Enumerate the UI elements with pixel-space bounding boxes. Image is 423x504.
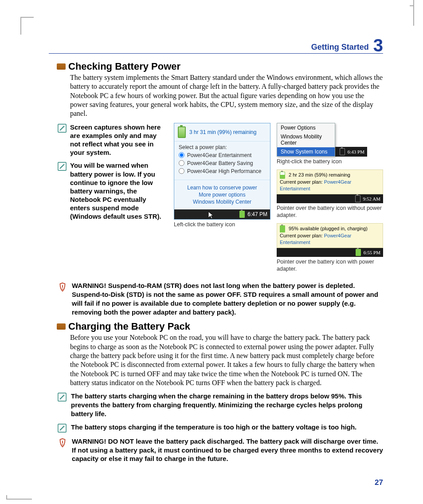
tooltip-status: 2 hr 23 min (59%) remaining bbox=[289, 172, 350, 177]
plan-option[interactable]: Power4Gear Battery Saving bbox=[179, 160, 266, 166]
battery-icon bbox=[178, 126, 186, 138]
tray-clock: 6:47 PM bbox=[247, 211, 267, 217]
content-area: Getting Started 3 Checking Battery Power… bbox=[49, 35, 383, 468]
cursor-icon bbox=[208, 211, 214, 219]
note-icon bbox=[58, 162, 67, 220]
tray-battery-icon[interactable] bbox=[340, 148, 345, 155]
note-text: The battery stops charging if the temper… bbox=[71, 423, 356, 433]
tray-clock: 6:55 PM bbox=[364, 250, 380, 255]
note-icon bbox=[58, 393, 67, 418]
hover-with-adapter-block: 95% available (plugged in, charging) Cur… bbox=[277, 223, 383, 272]
document-page: Getting Started 3 Checking Battery Power… bbox=[0, 0, 423, 504]
radio-icon[interactable] bbox=[179, 168, 184, 174]
crop-mark bbox=[408, 0, 414, 26]
caption-leftclick: Left-click the battery icon bbox=[174, 221, 270, 228]
tooltip: 2 hr 23 min (59%) remaining Current powe… bbox=[277, 169, 383, 194]
warning-icon bbox=[58, 282, 67, 316]
svg-point-7 bbox=[62, 444, 63, 445]
note-icon bbox=[58, 424, 67, 433]
note-text: The battery starts charging when the cha… bbox=[71, 392, 383, 418]
plan-option[interactable]: Power4Gear High Performance bbox=[179, 168, 266, 174]
book-icon bbox=[57, 63, 66, 70]
caption-hover2: Pointer over the battery icon with power… bbox=[277, 259, 383, 272]
chapter-number: 3 bbox=[373, 36, 383, 54]
battery-icon bbox=[280, 225, 285, 232]
crop-mark bbox=[6, 499, 32, 504]
section-title: Charging the Battery Pack bbox=[68, 321, 190, 332]
note-text: You will be warned when battery power is… bbox=[70, 161, 168, 220]
section-checking-battery: Checking Battery Power The battery syste… bbox=[49, 61, 383, 118]
battery-status: 3 hr 31 min (99%) remaining bbox=[189, 129, 256, 135]
tray-battery-icon[interactable] bbox=[239, 211, 245, 218]
plan-option[interactable]: Power4Gear Entertainment bbox=[179, 152, 266, 158]
tooltip: 95% available (plugged in, charging) Cur… bbox=[277, 223, 383, 248]
tooltip-status: 95% available (plugged in, charging) bbox=[289, 226, 368, 231]
link-mobility-center[interactable]: Windows Mobility Center bbox=[174, 199, 270, 205]
warning-text: WARNING! DO NOT leave the battery pack d… bbox=[72, 437, 383, 463]
section-body: Before you use your Notebook PC on the r… bbox=[70, 333, 383, 387]
tooltip-plan-prefix: Current power plan: bbox=[280, 233, 323, 238]
tray-battery-icon[interactable] bbox=[356, 249, 361, 256]
note-icon bbox=[58, 124, 67, 157]
svg-point-3 bbox=[62, 289, 63, 290]
tooltip-plan-prefix: Current power plan: bbox=[280, 179, 323, 185]
warning-str: WARNING! Suspend-to-RAM (STR) does not l… bbox=[58, 281, 383, 316]
note-low-battery: You will be warned when battery power is… bbox=[58, 161, 168, 220]
warning-text: WARNING! Suspend-to-RAM (STR) does not l… bbox=[72, 281, 383, 316]
warning-discharge: WARNING! DO NOT leave the battery pack d… bbox=[58, 437, 383, 463]
plan-label: Select a power plan: bbox=[179, 144, 266, 150]
crop-mark bbox=[20, 17, 34, 35]
section-body: The battery system implements the Smart … bbox=[70, 73, 383, 118]
rightclick-block: Power Options Windows Mobility Center Sh… bbox=[277, 123, 383, 165]
link-more-options[interactable]: More power options bbox=[174, 192, 270, 198]
note-text: Screen captures shown here are examples … bbox=[70, 123, 168, 157]
note-temperature: The battery stops charging if the temper… bbox=[58, 423, 383, 433]
tray-clock: 6:43 PM bbox=[348, 149, 364, 154]
section-charging-battery: Charging the Battery Pack Before you use… bbox=[49, 321, 383, 387]
radio-icon[interactable] bbox=[179, 152, 184, 158]
menu-item[interactable]: Windows Mobility Center bbox=[277, 132, 335, 147]
caption-rightclick: Right-click the battery icon bbox=[277, 158, 383, 165]
link-conserve[interactable]: Learn how to conserve power bbox=[174, 185, 270, 191]
page-header: Getting Started 3 bbox=[49, 35, 383, 54]
battery-icon bbox=[280, 172, 285, 179]
hover-no-adapter-block: 2 hr 23 min (59%) remaining Current powe… bbox=[277, 169, 383, 219]
note-examples: Screen captures shown here are examples … bbox=[58, 123, 168, 157]
menu-item[interactable]: Power Options bbox=[277, 123, 335, 132]
menu-item-selected[interactable]: Show System Icons bbox=[277, 147, 335, 156]
screenshot-row: Screen captures shown here are examples … bbox=[58, 123, 383, 277]
power-popup-leftclick: 3 hr 31 min (99%) remaining Select a pow… bbox=[174, 123, 270, 220]
caption-hover1: Pointer over the battery icon without po… bbox=[277, 205, 383, 219]
header-title: Getting Started bbox=[311, 43, 369, 52]
radio-icon[interactable] bbox=[179, 160, 184, 166]
tray-battery-icon[interactable] bbox=[355, 195, 360, 202]
section-title: Checking Battery Power bbox=[68, 61, 180, 72]
tray-clock: 9:52 AM bbox=[363, 196, 380, 201]
page-number: 27 bbox=[375, 478, 383, 487]
book-icon bbox=[57, 323, 66, 330]
context-menu: Power Options Windows Mobility Center Sh… bbox=[277, 123, 335, 157]
note-charge-threshold: The battery starts charging when the cha… bbox=[58, 392, 383, 418]
warning-icon bbox=[58, 438, 67, 463]
